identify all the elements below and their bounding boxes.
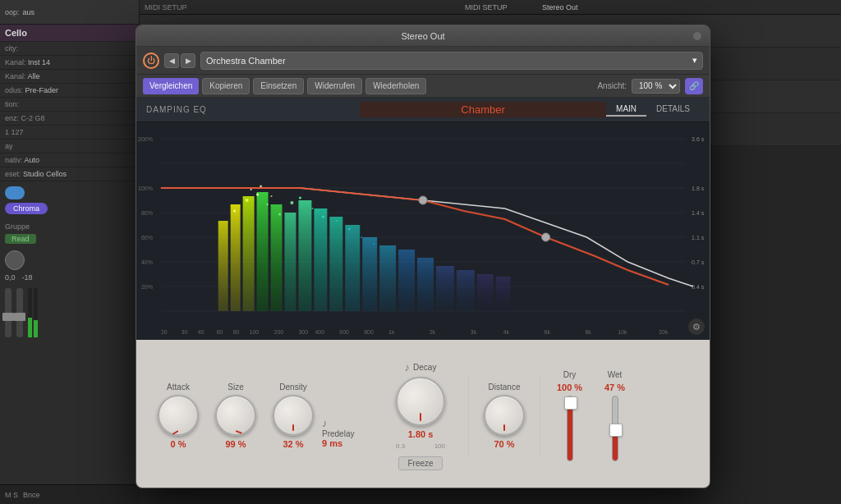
fader-track-r[interactable] <box>16 288 23 337</box>
freeze-btn[interactable]: Freeze <box>398 456 442 470</box>
svg-rect-23 <box>257 192 269 311</box>
size-group: Size 99 % <box>207 383 264 449</box>
svg-text:400: 400 <box>315 329 324 335</box>
svg-point-46 <box>322 216 324 218</box>
compare-btn[interactable]: Vergleichen <box>143 78 199 94</box>
decay-knob[interactable] <box>396 377 445 426</box>
svg-text:2k: 2k <box>430 329 436 335</box>
svg-point-42 <box>278 213 281 216</box>
power-icon: ⏻ <box>147 56 155 65</box>
decay-indicator <box>420 413 421 421</box>
density-knob[interactable] <box>273 395 314 436</box>
gruppe-label: Gruppe <box>5 222 134 231</box>
size-indicator <box>236 430 242 434</box>
decay-min: 0.3 <box>396 442 405 450</box>
meter-l-fill <box>28 318 32 337</box>
preset-arrow: ▾ <box>692 55 697 66</box>
dry-slider-track[interactable] <box>567 396 573 461</box>
track-name: Cello <box>0 25 139 42</box>
note-icon-decay: ♪ <box>405 361 411 373</box>
svg-text:10k: 10k <box>618 329 627 335</box>
sidebar-title: oop: <box>5 8 20 16</box>
sidebar-field-kanal1: Kanal: Inst 14 <box>0 56 139 70</box>
win-btn-minimize[interactable] <box>693 32 701 40</box>
svg-rect-28 <box>329 217 342 311</box>
svg-point-44 <box>299 197 301 199</box>
svg-text:20k: 20k <box>659 329 669 335</box>
separator-1 <box>468 375 469 457</box>
wet-slider-track[interactable] <box>612 396 618 461</box>
left-sidebar: oop: aus Cello city: Kanal: Inst 14 Kana… <box>0 0 140 504</box>
distance-knob[interactable] <box>484 395 525 436</box>
fader-thumb-r[interactable] <box>14 313 25 321</box>
svg-rect-27 <box>314 208 327 311</box>
distance-group: Distance 70 % <box>476 383 533 449</box>
svg-text:1.8 s: 1.8 s <box>692 186 705 191</box>
label-nativ: nativ: Auto <box>5 156 134 164</box>
val-kanal2: Alle <box>28 72 40 80</box>
fader-left <box>5 288 11 337</box>
wet-group: Wet 47 % <box>592 370 637 461</box>
svg-point-48 <box>348 228 351 231</box>
svg-text:4k: 4k <box>503 329 510 335</box>
attack-value: 0 % <box>171 439 186 449</box>
nav-next[interactable]: ▶ <box>181 53 195 68</box>
wet-slider-thumb[interactable] <box>609 424 623 437</box>
attack-knob[interactable] <box>158 395 199 436</box>
label-ay: ay <box>5 142 134 150</box>
svg-rect-25 <box>284 213 296 311</box>
undo-btn[interactable]: Widerrufen <box>307 78 362 94</box>
sidebar-field-enz: enz: C-2 G8 <box>0 112 139 126</box>
volume-knob[interactable] <box>5 250 25 270</box>
zoom-select[interactable]: 100 % <box>632 79 680 94</box>
svg-point-51 <box>385 246 387 248</box>
size-label: Size <box>227 383 243 392</box>
density-indicator <box>292 424 294 431</box>
copy-btn[interactable]: Kopieren <box>202 78 250 94</box>
fader-track-l[interactable] <box>5 288 11 337</box>
svg-text:20: 20 <box>161 329 168 335</box>
redo-btn[interactable]: Wiederholen <box>365 78 426 94</box>
svg-point-45 <box>311 208 313 209</box>
decay-value: 1.80 s <box>408 429 434 439</box>
link-button[interactable]: 🔗 <box>685 78 703 94</box>
preset-dropdown[interactable]: Orchestra Chamber ▾ <box>200 52 703 70</box>
svg-point-41 <box>267 204 269 205</box>
separator-2 <box>540 375 540 457</box>
tab-main[interactable]: MAIN <box>606 103 646 117</box>
decay-group: ♪ Decay 1.80 s 0.3 100 Freeze <box>379 361 462 470</box>
val-modus: Pre-Fader <box>25 86 59 94</box>
decay-max: 100 <box>434 442 445 450</box>
val-eset: Studio Cellos <box>23 170 67 178</box>
svg-text:200: 200 <box>274 329 284 335</box>
power-button[interactable]: ⏻ <box>143 53 159 69</box>
chroma-btn[interactable]: Chroma <box>5 203 48 214</box>
read-btn[interactable]: Read <box>5 234 36 244</box>
sidebar-field-tion: tion: <box>0 98 139 112</box>
paste-btn[interactable]: Einsetzen <box>253 78 304 94</box>
settings-gear[interactable]: ⚙ <box>688 318 705 335</box>
svg-rect-31 <box>379 245 396 311</box>
svg-point-55 <box>419 196 427 204</box>
fader-thumb-l[interactable] <box>2 313 14 321</box>
nav-prev[interactable]: ◀ <box>164 53 179 68</box>
chamber-tab[interactable]: Chamber <box>360 102 606 117</box>
top-bar: MIDI SETUP MIDI SETUP Stereo Out <box>140 0 841 15</box>
dry-slider-thumb[interactable] <box>564 396 577 410</box>
svg-text:8k: 8k <box>585 329 591 335</box>
svg-rect-34 <box>436 266 454 311</box>
decay-header: ♪ Decay <box>405 361 437 373</box>
fader-section <box>0 285 139 341</box>
sidebar-field-city: city: <box>0 42 139 56</box>
val1: 0,0 <box>5 273 16 282</box>
svg-rect-30 <box>362 237 377 311</box>
attack-label: Attack <box>167 383 190 392</box>
svg-point-56 <box>542 233 550 241</box>
toggle-btn[interactable] <box>5 186 25 199</box>
svg-text:60%: 60% <box>141 235 153 241</box>
bnce-label: Bnce <box>23 491 40 499</box>
svg-text:6k: 6k <box>545 329 551 335</box>
section-labels: DAMPING EQ Chamber MAIN DETAILS <box>136 98 710 122</box>
size-knob[interactable] <box>215 395 256 436</box>
tab-details[interactable]: DETAILS <box>646 103 700 117</box>
